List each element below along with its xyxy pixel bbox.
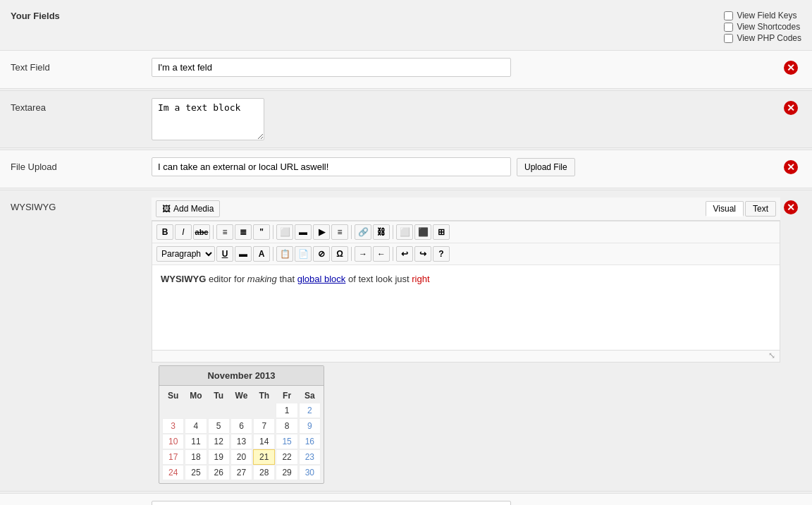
- wysiwyg-editor-area[interactable]: WYSIWYG editor for making that global bl…: [152, 265, 780, 350]
- cal-day-14[interactable]: 14: [253, 434, 275, 449]
- calendar-row-5: 24 25 26 27 28 29 30: [162, 465, 321, 480]
- cal-day-5[interactable]: 5: [208, 418, 230, 434]
- insert-image-button[interactable]: ⬜: [396, 224, 413, 240]
- resize-handle-icon[interactable]: ⤡: [768, 351, 780, 362]
- cal-day-22[interactable]: 22: [276, 449, 297, 465]
- toolbar-sep7: [393, 247, 393, 261]
- cal-day-fr: Fr: [276, 389, 297, 403]
- calendar-row-4: 17 18 19 20 21 22 23: [162, 449, 321, 465]
- view-shortcodes-option[interactable]: View Shortcodes: [724, 22, 800, 32]
- view-shortcodes-checkbox[interactable]: [724, 23, 733, 32]
- upload-file-button[interactable]: Upload File: [517, 158, 575, 176]
- cal-day-10[interactable]: 10: [162, 434, 184, 449]
- justify-button[interactable]: ≡: [331, 224, 348, 240]
- bold-button[interactable]: B: [156, 224, 173, 240]
- wysiwyg-resize: ⤡: [152, 350, 780, 362]
- insert-table-button[interactable]: ⊞: [433, 224, 450, 240]
- wysiwyg-editor-wrapper: 🖼 Add Media Visual Text B I abc: [152, 197, 780, 363]
- align-center-button[interactable]: ▬: [295, 224, 312, 240]
- unordered-list-button[interactable]: ≡: [216, 224, 233, 240]
- cal-day-29[interactable]: 29: [276, 465, 297, 480]
- wysiwyg-label: WYSIWYG: [11, 197, 152, 212]
- undo-button[interactable]: ↩: [396, 246, 413, 262]
- tab-visual[interactable]: Visual: [706, 201, 744, 217]
- text-field-content: [152, 58, 780, 77]
- view-php-codes-checkbox[interactable]: [724, 34, 733, 43]
- textarea-remove-button[interactable]: ✕: [784, 101, 798, 115]
- paragraph-select[interactable]: Paragraph: [156, 246, 215, 262]
- cal-empty-3: [208, 403, 230, 418]
- cal-day-30[interactable]: 30: [299, 465, 321, 480]
- text-color-button[interactable]: A: [253, 246, 270, 262]
- editor-colored-text: right: [412, 274, 429, 284]
- strikethrough-button[interactable]: abc: [193, 224, 210, 240]
- view-field-keys-option[interactable]: View Field Keys: [724, 11, 796, 20]
- cal-day-24[interactable]: 24: [162, 465, 184, 480]
- underline-button[interactable]: U: [216, 246, 233, 262]
- calendar-grid: Su Mo Tu We Th Fr Sa 1 2: [159, 386, 324, 483]
- file-upload-input[interactable]: [152, 157, 511, 176]
- italic-button[interactable]: I: [175, 224, 192, 240]
- view-php-codes-option[interactable]: View PHP Codes: [724, 33, 801, 43]
- special-chars-button[interactable]: Ω: [331, 246, 348, 262]
- wysiwyg-remove-button[interactable]: ✕: [784, 200, 798, 214]
- cal-day-20[interactable]: 20: [230, 449, 252, 465]
- paste-text-button[interactable]: 📋: [276, 246, 293, 262]
- cal-day-12[interactable]: 12: [208, 434, 230, 449]
- wysiwyg-remove: ✕: [780, 197, 801, 214]
- cal-day-16[interactable]: 16: [299, 434, 321, 449]
- cal-day-15[interactable]: 15: [276, 434, 297, 449]
- add-media-button[interactable]: 🖼 Add Media: [156, 200, 220, 217]
- calendar-row-3: 10 11 12 13 14 15 16: [162, 434, 321, 449]
- cal-day-21[interactable]: 21: [253, 449, 275, 465]
- link-button[interactable]: 🔗: [355, 224, 371, 240]
- text-field-remove-button[interactable]: ✕: [784, 61, 798, 75]
- insert-gallery-button[interactable]: ⬛: [414, 224, 431, 240]
- blockquote-button[interactable]: ": [253, 224, 270, 240]
- view-field-keys-checkbox[interactable]: [724, 11, 733, 20]
- textarea-input[interactable]: Im a text block: [152, 98, 264, 140]
- cal-day-2[interactable]: 2: [299, 403, 321, 418]
- cal-day-17[interactable]: 17: [162, 449, 184, 465]
- calendar-row-1: 1 2: [162, 403, 321, 418]
- cal-day-19[interactable]: 19: [208, 449, 230, 465]
- tab-text[interactable]: Text: [745, 201, 776, 217]
- cal-day-6[interactable]: 6: [230, 418, 252, 434]
- cal-day-8[interactable]: 8: [276, 418, 297, 434]
- align-left-button[interactable]: ⬜: [276, 224, 293, 240]
- cal-day-9[interactable]: 9: [299, 418, 321, 434]
- view-php-codes-label: View PHP Codes: [737, 33, 801, 43]
- align-right-button[interactable]: ▶: [313, 224, 330, 240]
- file-upload-remove-button[interactable]: ✕: [784, 160, 798, 174]
- cal-day-25[interactable]: 25: [185, 465, 207, 480]
- outdent-button[interactable]: ←: [373, 246, 390, 262]
- indent-button[interactable]: →: [355, 246, 371, 262]
- help-button[interactable]: ?: [433, 246, 450, 262]
- align-full-button[interactable]: ▬: [235, 246, 252, 262]
- paste-word-button[interactable]: 📄: [295, 246, 312, 262]
- text-field-remove: ✕: [780, 58, 801, 75]
- cal-day-18[interactable]: 18: [185, 449, 207, 465]
- cal-day-28[interactable]: 28: [253, 465, 275, 480]
- date-field-input[interactable]: [152, 501, 511, 505]
- remove-format-button[interactable]: ⊘: [313, 246, 330, 262]
- cal-day-11[interactable]: 11: [185, 434, 207, 449]
- ordered-list-button[interactable]: ≣: [235, 224, 252, 240]
- cal-day-13[interactable]: 13: [230, 434, 252, 449]
- cal-day-26[interactable]: 26: [208, 465, 230, 480]
- cal-day-su: Su: [162, 389, 184, 403]
- calendar-row-2: 3 4 5 6 7 8 9: [162, 418, 321, 434]
- cal-day-7[interactable]: 7: [253, 418, 275, 434]
- cal-empty-5: [253, 403, 275, 418]
- calendar-header-row: Su Mo Tu We Th Fr Sa: [162, 389, 321, 403]
- redo-button[interactable]: ↪: [414, 246, 431, 262]
- date-field-remove: ✕: [780, 502, 801, 506]
- cal-day-4[interactable]: 4: [185, 418, 207, 434]
- text-field-input[interactable]: [152, 58, 511, 77]
- cal-day-27[interactable]: 27: [230, 465, 252, 480]
- unlink-button[interactable]: ⛓: [373, 224, 390, 240]
- cal-day-3[interactable]: 3: [162, 418, 184, 434]
- cal-day-1[interactable]: 1: [276, 403, 297, 418]
- cal-day-23[interactable]: 23: [299, 449, 321, 465]
- toolbar-row1: B I abc ≡ ≣ " ⬜ ▬ ▶ ≡ 🔗 ⛓: [152, 221, 780, 243]
